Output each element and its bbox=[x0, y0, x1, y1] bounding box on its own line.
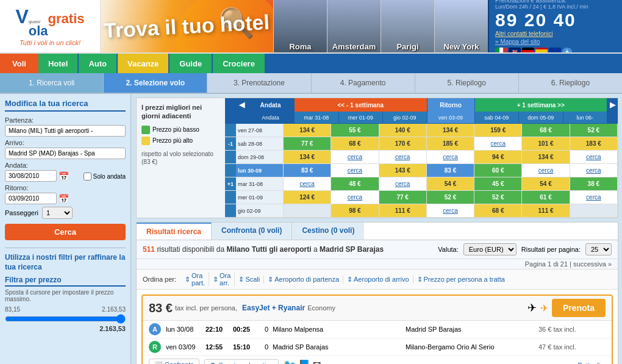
prenota-button[interactable]: Prenota bbox=[552, 299, 606, 317]
grid-row-label[interactable]: dom 29-08 bbox=[236, 151, 284, 163]
grid-cell[interactable]: 45 € bbox=[474, 177, 522, 190]
city-roma[interactable]: Roma bbox=[273, 0, 327, 54]
per-page-select[interactable]: 25 bbox=[585, 243, 612, 255]
grid-cell[interactable] bbox=[284, 204, 331, 217]
grid-cell[interactable]: 52 € bbox=[427, 191, 474, 204]
ritorno-calendar-icon[interactable]: 📅 bbox=[59, 194, 69, 204]
nav-hotel[interactable]: Hotel bbox=[38, 54, 78, 73]
grid-cell[interactable]: 68 € bbox=[522, 124, 570, 137]
grid-cell[interactable]: 55 € bbox=[331, 124, 379, 137]
flag-plus-icon[interactable]: + bbox=[562, 48, 572, 54]
grid-cell[interactable]: 124 € bbox=[284, 191, 331, 204]
flag-eu-icon[interactable] bbox=[549, 48, 561, 54]
grid-cell[interactable]: 111 € bbox=[522, 204, 570, 217]
grid-cell[interactable]: 98 € bbox=[331, 204, 379, 217]
facebook-icon[interactable]: 📘 bbox=[298, 359, 310, 364]
grid-cell[interactable]: 60 € bbox=[474, 164, 522, 177]
grid-cell[interactable]: cerca bbox=[522, 164, 570, 177]
solo-andata-checkbox[interactable] bbox=[84, 173, 91, 180]
flag-it-icon[interactable] bbox=[495, 48, 507, 54]
nav-crociere[interactable]: Crociere bbox=[213, 54, 265, 73]
step-3[interactable]: 3. Prenotazione bbox=[207, 73, 311, 93]
grid-cell[interactable]: 134 € bbox=[284, 124, 331, 137]
partenza-input[interactable] bbox=[5, 125, 126, 137]
grid-cell[interactable]: 170 € bbox=[379, 137, 427, 150]
twitter-icon[interactable]: 🐦 bbox=[284, 359, 296, 364]
grid-cell[interactable]: 185 € bbox=[427, 137, 474, 150]
grid-cell[interactable]: 83 € bbox=[427, 164, 474, 177]
nav-auto[interactable]: Auto bbox=[79, 54, 116, 73]
city-amsterdam[interactable]: Amsterdam bbox=[327, 0, 381, 54]
grid-cell[interactable]: cerca bbox=[379, 177, 427, 190]
calendar-icon[interactable]: 📅 bbox=[59, 171, 69, 181]
hotel-promo-banner[interactable]: Trova il tuo hotel 🔍 bbox=[101, 0, 273, 52]
grid-cell[interactable]: cerca bbox=[427, 151, 474, 163]
grid-cell[interactable]: 134 € bbox=[522, 151, 570, 163]
step-2[interactable]: 2. Selezione volo bbox=[104, 73, 207, 93]
grid-cell[interactable]: 54 € bbox=[522, 177, 570, 190]
grid-row-label[interactable]: sab 28-08 bbox=[236, 137, 284, 150]
flag-de-icon[interactable] bbox=[522, 48, 534, 54]
grid-cell[interactable]: cerca bbox=[570, 164, 618, 177]
step-1[interactable]: 1. Ricerca voli bbox=[0, 73, 104, 93]
cestino-button[interactable]: 🗑 Sposta nel cestino bbox=[204, 359, 279, 365]
grid-cell[interactable]: cerca bbox=[427, 204, 474, 217]
dettagli-link[interactable]: Dettagli ↓ bbox=[577, 362, 606, 365]
grid-cell[interactable]: 183 € bbox=[570, 137, 618, 150]
tab-results[interactable]: Risultati ricerca bbox=[137, 223, 212, 240]
grid-cell[interactable]: 94 € bbox=[474, 151, 522, 163]
sort-aeroporto-part[interactable]: ⇕ Aeroporto di partenza bbox=[264, 276, 343, 284]
step-6[interactable]: 6. Riepilogo bbox=[519, 73, 622, 93]
city-newyork[interactable]: New York bbox=[434, 0, 488, 54]
grid-cell[interactable]: cerca bbox=[284, 177, 331, 190]
grid-cell[interactable]: cerca bbox=[331, 191, 379, 204]
step-5[interactable]: 5. Riepilogo bbox=[415, 73, 519, 93]
tab-list[interactable]: Cestino (0 voli) bbox=[292, 223, 364, 240]
grid-cell[interactable]: 83 € bbox=[284, 164, 331, 177]
sort-aeroporto-arr[interactable]: ⇕ Aeroporto di arrivo bbox=[343, 276, 413, 284]
cerca-button[interactable]: Cerca bbox=[5, 224, 126, 240]
grid-cell[interactable]: 68 € bbox=[474, 204, 522, 217]
grid-cell[interactable]: cerca bbox=[379, 151, 427, 163]
grid-cell[interactable]: 101 € bbox=[522, 137, 570, 150]
ritorno-input[interactable] bbox=[5, 193, 57, 204]
mappa-link[interactable]: » Mappa del sito bbox=[495, 38, 616, 45]
grid-cell[interactable]: 68 € bbox=[331, 137, 379, 150]
step-4[interactable]: 4. Pagamento bbox=[312, 73, 415, 93]
city-parigi[interactable]: Parigi bbox=[381, 0, 434, 54]
sort-scali[interactable]: ⇕ Scali bbox=[235, 276, 264, 284]
grid-cell[interactable]: 77 € bbox=[284, 137, 331, 150]
valuta-select[interactable]: Euro (EUR) bbox=[463, 243, 517, 255]
sort-ora-part[interactable]: ⇕ Orapart. bbox=[181, 272, 209, 287]
grid-cell[interactable]: 143 € bbox=[379, 164, 427, 177]
confronta-button[interactable]: ⬜ Confronta bbox=[149, 359, 199, 364]
andata-input[interactable] bbox=[5, 170, 57, 182]
grid-cell[interactable]: 54 € bbox=[427, 177, 474, 190]
grid-cell[interactable]: 77 € bbox=[379, 191, 427, 204]
flag-uk-icon[interactable]: 🇬🇧 bbox=[509, 48, 521, 54]
flag-es-icon[interactable] bbox=[535, 48, 548, 54]
email-icon[interactable]: ✉ bbox=[313, 359, 321, 364]
tab-compare[interactable]: Confronta (0 voli) bbox=[212, 223, 292, 240]
grid-cell[interactable]: 140 € bbox=[379, 124, 427, 137]
sort-ora-arr[interactable]: ⇕ Oraarr. bbox=[209, 272, 235, 287]
grid-cell[interactable]: cerca bbox=[331, 151, 379, 163]
nav-vacanze[interactable]: Vacanze bbox=[118, 54, 168, 73]
grid-cell[interactable]: 38 € bbox=[570, 177, 618, 190]
price-slider[interactable] bbox=[5, 314, 126, 324]
sort-prezzo[interactable]: ⇕ Prezzo per persona a tratta bbox=[413, 276, 509, 284]
grid-row-label[interactable]: mer 01-09 bbox=[236, 191, 284, 204]
grid-cell[interactable]: 61 € bbox=[522, 191, 570, 204]
grid-cell[interactable]: cerca bbox=[570, 191, 618, 204]
grid-cell[interactable] bbox=[570, 204, 618, 217]
grid-row-label[interactable]: ven 27-08 bbox=[236, 124, 284, 137]
grid-nav-left[interactable]: ◀ bbox=[236, 98, 247, 112]
grid-cell[interactable]: cerca bbox=[570, 151, 618, 163]
grid-row-label[interactable]: gio 02-09 bbox=[236, 204, 284, 217]
grid-cell[interactable]: cerca bbox=[331, 164, 379, 177]
nav-voli[interactable]: Voli bbox=[0, 54, 38, 73]
grid-row-label[interactable]: lun 30-09 bbox=[236, 164, 284, 177]
grid-cell[interactable]: 134 € bbox=[284, 151, 331, 163]
grid-cell[interactable]: 48 € bbox=[331, 177, 379, 190]
grid-nav-right[interactable]: ▶ bbox=[607, 98, 618, 112]
